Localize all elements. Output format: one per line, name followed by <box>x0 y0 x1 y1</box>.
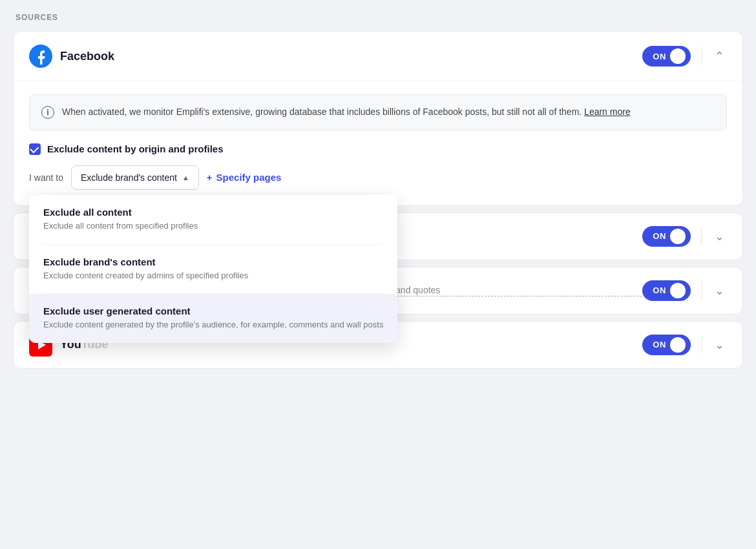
instagram-toggle[interactable]: ON <box>642 226 691 247</box>
learn-more-link[interactable]: Learn more <box>584 107 631 117</box>
chevron-up-icon: ▲ <box>182 174 189 181</box>
dropdown-item-desc-2: Exclude content created by admins of spe… <box>43 270 383 282</box>
dropdown-item-title-1: Exclude all content <box>43 207 383 218</box>
dropdown-item-desc-3: Exclude content generated by the profile… <box>43 319 383 331</box>
youtube-toggle-knob <box>670 337 686 353</box>
facebook-platform-name: Facebook <box>60 50 642 63</box>
youtube-collapse-button[interactable]: ⌄ <box>712 335 727 355</box>
exclude-row: Exclude content by origin and profiles <box>29 143 727 155</box>
instagram-collapse-button[interactable]: ⌄ <box>712 227 727 246</box>
filter-label: I want to <box>29 172 63 183</box>
facebook-card-header: Facebook ON ⌃ <box>14 32 742 81</box>
twitter-toggle[interactable]: ON <box>642 280 691 301</box>
instagram-toggle-container: ON ⌄ <box>642 226 727 247</box>
facebook-info-box: i When activated, we monitor Emplifi's e… <box>29 94 727 130</box>
facebook-toggle-container: ON ⌃ <box>642 46 727 67</box>
exclude-dropdown-button[interactable]: Exclude brand's content ▲ <box>71 165 199 190</box>
facebook-toggle[interactable]: ON <box>642 46 691 67</box>
facebook-info-text: When activated, we monitor Emplifi's ext… <box>62 105 631 119</box>
twitter-toggle-container: ON ⌄ <box>642 280 727 301</box>
twitter-divider <box>701 282 702 300</box>
plus-icon: + <box>207 172 213 183</box>
youtube-divider <box>701 336 702 354</box>
twitter-toggle-knob <box>670 283 686 298</box>
filter-row: I want to Exclude brand's content ▲ + Sp… <box>29 165 727 190</box>
dropdown-item-desc-1: Exclude all content from specified profi… <box>43 220 383 233</box>
twitter-toggle-label: ON <box>653 285 666 295</box>
dropdown-item-title-3: Exclude user generated content <box>43 306 383 316</box>
specify-pages-label: Specify pages <box>216 172 282 183</box>
exclude-title: Exclude content by origin and profiles <box>47 143 224 154</box>
facebook-collapse-button[interactable]: ⌃ <box>712 47 727 66</box>
dropdown-value: Exclude brand's content <box>81 172 177 183</box>
instagram-toggle-label: ON <box>653 231 666 241</box>
exclude-checkbox[interactable] <box>29 143 41 155</box>
info-icon: i <box>41 106 54 119</box>
facebook-divider <box>701 47 702 65</box>
dropdown-item-title-2: Exclude brand's content <box>43 256 383 267</box>
instagram-divider <box>701 227 702 245</box>
youtube-toggle-container: ON ⌄ <box>642 335 727 355</box>
twitter-collapse-button[interactable]: ⌄ <box>712 281 727 300</box>
instagram-toggle-knob <box>670 229 686 244</box>
facebook-icon <box>29 45 52 68</box>
facebook-card: Facebook ON ⌃ i When activated, we monit… <box>13 31 743 206</box>
facebook-toggle-knob <box>670 48 686 64</box>
dropdown-item-exclude-ugc[interactable]: Exclude user generated content Exclude c… <box>29 294 397 343</box>
exclude-dropdown-menu: Exclude all content Exclude all content … <box>29 195 397 344</box>
specify-pages-button[interactable]: + Specify pages <box>207 172 282 183</box>
dropdown-item-exclude-brand[interactable]: Exclude brand's content Exclude content … <box>29 245 397 294</box>
sources-section-label: SOURCES <box>13 13 743 22</box>
youtube-toggle[interactable]: ON <box>642 335 691 355</box>
youtube-toggle-label: ON <box>653 340 666 349</box>
facebook-expanded-section: i When activated, we monitor Emplifi's e… <box>14 81 742 205</box>
facebook-toggle-label: ON <box>653 52 666 61</box>
dropdown-item-exclude-all[interactable]: Exclude all content Exclude all content … <box>29 195 397 244</box>
